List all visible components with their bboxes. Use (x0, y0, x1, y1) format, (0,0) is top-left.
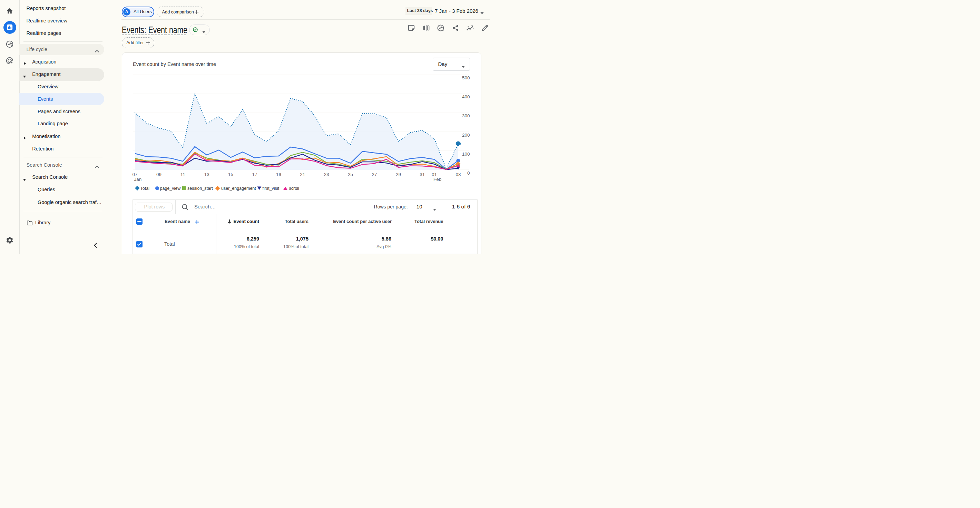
svg-text:15: 15 (228, 172, 233, 177)
svg-text:31: 31 (420, 172, 425, 177)
svg-text:01: 01 (432, 172, 437, 177)
svg-text:200: 200 (462, 132, 470, 138)
svg-text:user_engagement: user_engagement (221, 186, 256, 191)
svg-text:25: 25 (348, 172, 353, 177)
svg-text:03: 03 (455, 172, 461, 177)
svg-text:11: 11 (180, 172, 185, 177)
svg-text:500: 500 (462, 75, 470, 80)
svg-text:100: 100 (462, 151, 470, 157)
svg-text:21: 21 (300, 172, 305, 177)
svg-text:400: 400 (462, 94, 470, 99)
svg-text:07: 07 (132, 172, 137, 177)
svg-text:Total: Total (140, 186, 150, 191)
svg-text:Feb: Feb (433, 177, 441, 182)
svg-text:27: 27 (372, 172, 377, 177)
svg-text:23: 23 (324, 172, 329, 177)
svg-text:scroll: scroll (289, 186, 299, 191)
svg-text:29: 29 (396, 172, 401, 177)
svg-text:page_view: page_view (160, 186, 181, 191)
svg-text:session_start: session_start (188, 186, 213, 191)
svg-text:300: 300 (462, 113, 470, 118)
svg-text:09: 09 (156, 172, 161, 177)
svg-text:19: 19 (276, 172, 281, 177)
svg-text:0: 0 (467, 170, 470, 176)
svg-text:13: 13 (204, 172, 210, 177)
svg-text:17: 17 (252, 172, 257, 177)
svg-text:Jan: Jan (134, 177, 142, 182)
svg-text:first_visit: first_visit (262, 186, 280, 191)
